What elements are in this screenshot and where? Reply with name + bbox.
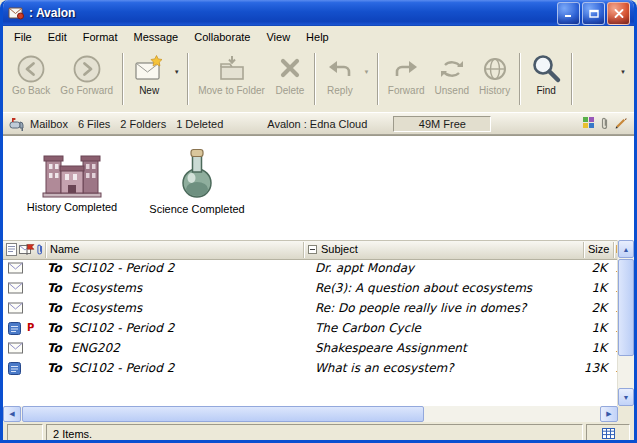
new-dropdown-arrow[interactable]: ▼	[170, 53, 183, 91]
row-size: 1K	[563, 321, 607, 335]
toolbar-overflow-arrow[interactable]: ▼	[615, 53, 631, 91]
row-to: To	[47, 361, 62, 375]
column-header-name[interactable]: Name	[50, 243, 79, 255]
toolbar-separator	[571, 53, 573, 105]
header-attachment-icon[interactable]	[36, 243, 44, 256]
column-header-subject[interactable]: Subject	[321, 243, 358, 255]
header-properties-icon[interactable]	[6, 243, 17, 256]
reply-button[interactable]: Reply	[320, 49, 360, 97]
row-name: SCI102 - Period 2	[71, 321, 174, 335]
row-subject: What is an ecosystem?	[315, 361, 454, 375]
pen-icon[interactable]	[614, 116, 628, 132]
column-divider[interactable]	[303, 242, 304, 258]
toolbar-separator	[187, 53, 189, 105]
reply-dropdown-arrow[interactable]: ▼	[360, 53, 373, 91]
new-label: New	[139, 85, 159, 97]
forward-button[interactable]: Forward	[383, 49, 430, 97]
column-divider[interactable]	[583, 242, 584, 258]
message-row[interactable]: To SCI102 - Period 2 What is an ecosyste…	[3, 359, 618, 379]
menu-help[interactable]: Help	[298, 28, 337, 46]
mailbox-label: Mailbox	[30, 118, 68, 130]
delete-label: Delete	[275, 85, 304, 97]
menu-edit[interactable]: Edit	[40, 28, 75, 46]
message-row[interactable]: To Ecosystems Re: Do people really live …	[3, 299, 618, 319]
menu-collaborate[interactable]: Collaborate	[186, 28, 258, 46]
history-button[interactable]: History	[474, 49, 515, 97]
message-row[interactable]: To SCI102 - Period 2 Dr. appt Monday 2K …	[3, 259, 618, 279]
horizontal-scroll-track[interactable]	[425, 406, 600, 422]
message-row[interactable]: P To SCI102 - Period 2 The Carbon Cycle …	[3, 319, 618, 339]
row-size: 2K	[563, 301, 607, 315]
statusbar-grip-panel	[7, 424, 43, 443]
message-row[interactable]: To ENG202 Shakespeare Assignment 1K 1	[3, 339, 618, 359]
categories-icon[interactable]	[582, 116, 595, 131]
go-back-button[interactable]: Go Back	[7, 49, 55, 97]
column-divider[interactable]	[613, 242, 614, 258]
row-to: To	[47, 321, 62, 335]
view-grid-icon[interactable]	[586, 424, 630, 443]
horizontal-scrollbar[interactable]: ◀ ▶	[3, 406, 634, 422]
menubar: File Edit Format Message Collaborate Vie…	[3, 26, 634, 47]
vertical-scroll-track[interactable]	[618, 357, 634, 388]
folder-history-completed[interactable]: History Completed	[19, 144, 125, 213]
list-header[interactable]: Name Subject Size l	[3, 240, 618, 260]
row-size: 2K	[563, 261, 607, 275]
menu-message[interactable]: Message	[126, 28, 187, 46]
column-header-size[interactable]: Size	[588, 243, 609, 255]
building-icon	[19, 144, 125, 198]
header-flag-icon[interactable]	[25, 243, 35, 256]
reply-label: Reply	[327, 85, 353, 97]
mailbox-icon	[9, 117, 25, 131]
delete-icon	[275, 52, 305, 85]
row-to: To	[47, 281, 62, 295]
collapse-minus-icon[interactable]	[308, 245, 317, 254]
toolbar-separator	[519, 53, 521, 105]
go-forward-icon	[72, 52, 102, 85]
menu-file[interactable]: File	[6, 28, 40, 46]
envelope-icon	[8, 342, 23, 354]
close-button[interactable]	[607, 2, 630, 25]
row-subject: Shakespeare Assignment	[315, 341, 467, 355]
row-subject: The Carbon Cycle	[315, 321, 421, 335]
folder-science-completed[interactable]: Science Completed	[139, 146, 255, 215]
scroll-left-arrow[interactable]: ◀	[3, 406, 21, 422]
vertical-scroll-thumb[interactable]	[618, 259, 634, 356]
column-divider[interactable]	[45, 242, 46, 258]
folder-label: Science Completed	[139, 203, 255, 215]
go-forward-button[interactable]: Go Forward	[55, 49, 118, 97]
scroll-up-arrow[interactable]: ▲	[618, 240, 634, 258]
vertical-scrollbar[interactable]: ▲ ▼	[617, 240, 634, 406]
find-button[interactable]: Find	[525, 49, 567, 97]
document-icon	[8, 362, 21, 375]
menu-format[interactable]: Format	[75, 28, 126, 46]
unsend-button[interactable]: Unsend	[430, 49, 474, 97]
new-button[interactable]: New	[128, 49, 170, 97]
app-icon	[8, 5, 25, 21]
maximize-button[interactable]	[582, 2, 605, 25]
delete-button[interactable]: Delete	[270, 49, 310, 97]
row-size: 1K	[563, 341, 607, 355]
scroll-down-arrow[interactable]: ▼	[618, 388, 634, 406]
go-back-label: Go Back	[12, 85, 50, 97]
history-icon	[480, 52, 510, 85]
deleted-count: 1 Deleted	[176, 118, 223, 130]
menu-view[interactable]: View	[258, 28, 298, 46]
envelope-icon	[8, 262, 23, 274]
row-to: To	[47, 301, 62, 315]
toolbar-separator	[377, 53, 379, 105]
folder-label: History Completed	[19, 201, 125, 213]
row-name: SCI102 - Period 2	[71, 361, 174, 375]
minimize-button[interactable]	[557, 2, 580, 25]
message-row[interactable]: To Ecosystems Re(3): A question about ec…	[3, 279, 618, 299]
titlebar[interactable]: : Avalon	[3, 0, 634, 26]
history-label: History	[479, 85, 510, 97]
attachment-icon[interactable]	[600, 116, 609, 132]
envelope-icon	[8, 302, 23, 314]
scroll-right-arrow[interactable]: ▶	[600, 406, 618, 422]
row-subject: Dr. appt Monday	[315, 261, 414, 275]
horizontal-scroll-thumb[interactable]	[22, 406, 424, 422]
move-to-folder-button[interactable]: Move to Folder	[193, 49, 270, 97]
unsend-label: Unsend	[435, 85, 469, 97]
unsend-icon	[437, 52, 467, 85]
row-name: Ecosystems	[71, 281, 142, 295]
